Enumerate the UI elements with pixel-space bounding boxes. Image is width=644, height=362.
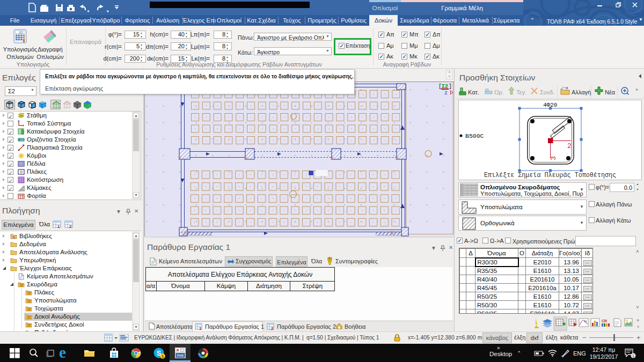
svg-text:2: 2 [567, 142, 572, 150]
svg-text:ΡΑΦ: ΡΑΦ [177, 354, 184, 357]
svg-text:B: B [13, 235, 15, 239]
svg-text:˅: ˅ [637, 325, 639, 329]
svg-text:1: 1 [162, 354, 164, 359]
svg-text:]: ] [449, 84, 452, 90]
svg-text:1: 1 [57, 224, 60, 229]
svg-text:2: 2 [271, 326, 274, 330]
svg-text:1: 1 [632, 354, 634, 358]
svg-text:M: M [584, 320, 587, 323]
svg-text:B500C: B500C [465, 132, 484, 139]
svg-text:?: ? [328, 257, 331, 261]
svg-text:1: 1 [199, 326, 202, 330]
svg-text:3: 3 [550, 156, 558, 160]
svg-text:CR: CR [602, 319, 607, 323]
svg-text:123: 123 [19, 31, 23, 34]
svg-text:Επιλέξτε Σημεία Πλευράς Τοποθέ: Επιλέξτε Σημεία Πλευράς Τοποθέτησης [484, 172, 616, 179]
svg-text:2: 2 [69, 224, 72, 229]
svg-text:»: » [636, 317, 639, 323]
svg-text:z: z [444, 90, 448, 96]
